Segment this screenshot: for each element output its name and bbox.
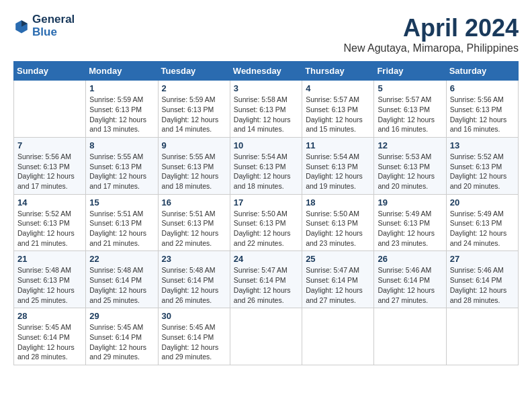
day-info: Sunrise: 5:57 AM Sunset: 6:13 PM Dayligh… (378, 95, 442, 134)
title-block: April 2024 New Agutaya, Mimaropa, Philip… (343, 13, 519, 54)
logo: General Blue (13, 13, 75, 38)
month-title: April 2024 (343, 13, 519, 42)
calendar-week-row: 21Sunrise: 5:48 AM Sunset: 6:13 PM Dayli… (14, 251, 519, 308)
day-info: Sunrise: 5:59 AM Sunset: 6:13 PM Dayligh… (89, 95, 154, 134)
day-number: 8 (89, 140, 154, 150)
day-number: 19 (378, 197, 442, 208)
day-number: 26 (378, 254, 442, 264)
day-number: 13 (450, 140, 515, 150)
calendar-cell (230, 308, 302, 365)
calendar-cell: 2Sunrise: 5:59 AM Sunset: 6:13 PM Daylig… (158, 81, 230, 138)
calendar-cell (302, 308, 374, 365)
day-info: Sunrise: 5:52 AM Sunset: 6:13 PM Dayligh… (450, 152, 515, 191)
day-number: 29 (89, 311, 154, 321)
calendar-cell (374, 308, 446, 365)
column-header-monday: Monday (86, 62, 158, 81)
calendar-cell: 24Sunrise: 5:47 AM Sunset: 6:14 PM Dayli… (230, 251, 302, 308)
day-info: Sunrise: 5:47 AM Sunset: 6:14 PM Dayligh… (234, 265, 298, 305)
day-number: 18 (306, 197, 370, 208)
column-header-tuesday: Tuesday (158, 62, 230, 81)
calendar-cell: 27Sunrise: 5:46 AM Sunset: 6:14 PM Dayli… (446, 251, 518, 308)
day-info: Sunrise: 5:54 AM Sunset: 6:13 PM Dayligh… (306, 152, 370, 191)
day-number: 27 (450, 254, 515, 264)
day-info: Sunrise: 5:48 AM Sunset: 6:13 PM Dayligh… (17, 265, 82, 305)
calendar-cell: 10Sunrise: 5:54 AM Sunset: 6:13 PM Dayli… (230, 137, 302, 194)
calendar-cell: 23Sunrise: 5:48 AM Sunset: 6:14 PM Dayli… (158, 251, 230, 308)
logo-icon (13, 18, 30, 34)
day-number: 6 (450, 83, 515, 93)
day-info: Sunrise: 5:48 AM Sunset: 6:14 PM Dayligh… (162, 265, 226, 305)
day-number: 25 (306, 254, 370, 264)
day-info: Sunrise: 5:48 AM Sunset: 6:14 PM Dayligh… (89, 265, 154, 305)
calendar-week-row: 1Sunrise: 5:59 AM Sunset: 6:13 PM Daylig… (14, 81, 519, 138)
day-info: Sunrise: 5:51 AM Sunset: 6:13 PM Dayligh… (89, 209, 154, 248)
calendar-cell: 1Sunrise: 5:59 AM Sunset: 6:13 PM Daylig… (86, 81, 158, 138)
calendar-header-row: SundayMondayTuesdayWednesdayThursdayFrid… (14, 62, 519, 81)
day-info: Sunrise: 5:49 AM Sunset: 6:13 PM Dayligh… (450, 209, 515, 248)
day-number: 1 (89, 83, 154, 93)
column-header-sunday: Sunday (14, 62, 86, 81)
day-info: Sunrise: 5:55 AM Sunset: 6:13 PM Dayligh… (162, 152, 226, 191)
calendar-week-row: 28Sunrise: 5:45 AM Sunset: 6:14 PM Dayli… (14, 308, 519, 365)
page-header: General Blue April 2024 New Agutaya, Mim… (13, 13, 519, 54)
calendar-cell: 21Sunrise: 5:48 AM Sunset: 6:13 PM Dayli… (14, 251, 86, 308)
calendar-cell: 11Sunrise: 5:54 AM Sunset: 6:13 PM Dayli… (302, 137, 374, 194)
day-info: Sunrise: 5:50 AM Sunset: 6:13 PM Dayligh… (306, 209, 370, 248)
day-number: 24 (234, 254, 298, 264)
column-header-wednesday: Wednesday (230, 62, 302, 81)
calendar-cell: 4Sunrise: 5:57 AM Sunset: 6:13 PM Daylig… (302, 81, 374, 138)
calendar-cell: 15Sunrise: 5:51 AM Sunset: 6:13 PM Dayli… (86, 194, 158, 251)
column-header-saturday: Saturday (446, 62, 518, 81)
day-info: Sunrise: 5:52 AM Sunset: 6:13 PM Dayligh… (17, 209, 82, 248)
calendar-cell: 6Sunrise: 5:56 AM Sunset: 6:13 PM Daylig… (446, 81, 518, 138)
calendar-week-row: 14Sunrise: 5:52 AM Sunset: 6:13 PM Dayli… (14, 194, 519, 251)
day-number: 22 (89, 254, 154, 264)
day-info: Sunrise: 5:55 AM Sunset: 6:13 PM Dayligh… (89, 152, 154, 191)
day-info: Sunrise: 5:47 AM Sunset: 6:14 PM Dayligh… (306, 265, 370, 305)
calendar-cell: 5Sunrise: 5:57 AM Sunset: 6:13 PM Daylig… (374, 81, 446, 138)
day-number: 15 (89, 197, 154, 208)
calendar-cell: 22Sunrise: 5:48 AM Sunset: 6:14 PM Dayli… (86, 251, 158, 308)
column-header-thursday: Thursday (302, 62, 374, 81)
calendar-cell: 26Sunrise: 5:46 AM Sunset: 6:14 PM Dayli… (374, 251, 446, 308)
calendar-cell (14, 81, 86, 138)
day-number: 23 (162, 254, 226, 264)
day-info: Sunrise: 5:49 AM Sunset: 6:13 PM Dayligh… (378, 209, 442, 248)
day-number: 16 (162, 197, 226, 208)
day-number: 12 (378, 140, 442, 150)
day-number: 11 (306, 140, 370, 150)
calendar-cell (446, 308, 518, 365)
day-number: 9 (162, 140, 226, 150)
day-info: Sunrise: 5:50 AM Sunset: 6:13 PM Dayligh… (234, 209, 298, 248)
calendar-cell: 14Sunrise: 5:52 AM Sunset: 6:13 PM Dayli… (14, 194, 86, 251)
day-number: 10 (234, 140, 298, 150)
day-number: 4 (306, 83, 370, 93)
calendar-cell: 8Sunrise: 5:55 AM Sunset: 6:13 PM Daylig… (86, 137, 158, 194)
day-info: Sunrise: 5:45 AM Sunset: 6:14 PM Dayligh… (89, 322, 154, 362)
day-info: Sunrise: 5:51 AM Sunset: 6:13 PM Dayligh… (162, 209, 226, 248)
day-number: 2 (162, 83, 226, 93)
day-info: Sunrise: 5:53 AM Sunset: 6:13 PM Dayligh… (378, 152, 442, 191)
day-number: 5 (378, 83, 442, 93)
day-info: Sunrise: 5:46 AM Sunset: 6:14 PM Dayligh… (378, 265, 442, 305)
calendar-cell: 17Sunrise: 5:50 AM Sunset: 6:13 PM Dayli… (230, 194, 302, 251)
day-number: 28 (17, 311, 82, 321)
calendar-cell: 25Sunrise: 5:47 AM Sunset: 6:14 PM Dayli… (302, 251, 374, 308)
day-info: Sunrise: 5:57 AM Sunset: 6:13 PM Dayligh… (306, 95, 370, 134)
calendar-cell: 19Sunrise: 5:49 AM Sunset: 6:13 PM Dayli… (374, 194, 446, 251)
day-number: 21 (17, 254, 82, 264)
day-number: 20 (450, 197, 515, 208)
day-info: Sunrise: 5:56 AM Sunset: 6:13 PM Dayligh… (17, 152, 82, 191)
day-number: 14 (17, 197, 82, 208)
calendar-cell: 3Sunrise: 5:58 AM Sunset: 6:13 PM Daylig… (230, 81, 302, 138)
day-number: 3 (234, 83, 298, 93)
calendar: SundayMondayTuesdayWednesdayThursdayFrid… (13, 61, 519, 365)
day-number: 17 (234, 197, 298, 208)
day-number: 7 (17, 140, 82, 150)
calendar-cell: 9Sunrise: 5:55 AM Sunset: 6:13 PM Daylig… (158, 137, 230, 194)
location-title: New Agutaya, Mimaropa, Philippines (343, 42, 519, 54)
day-number: 30 (162, 311, 226, 321)
calendar-cell: 29Sunrise: 5:45 AM Sunset: 6:14 PM Dayli… (86, 308, 158, 365)
calendar-cell: 30Sunrise: 5:45 AM Sunset: 6:14 PM Dayli… (158, 308, 230, 365)
day-info: Sunrise: 5:56 AM Sunset: 6:13 PM Dayligh… (450, 95, 515, 134)
